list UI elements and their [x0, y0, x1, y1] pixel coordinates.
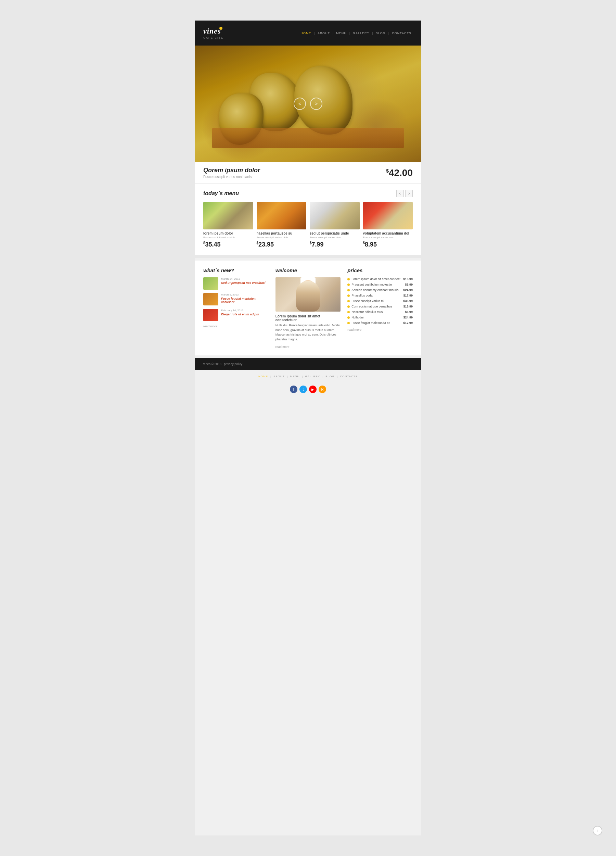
- menu-item-desc-2: Fusce suscipit varius ninh: [310, 236, 359, 239]
- menu-item-price-0: $35.45: [203, 241, 253, 248]
- social-twitter-button[interactable]: t: [300, 386, 307, 393]
- prices-list: Lorem ipsum dolor sit amet connect $15.9…: [347, 277, 413, 325]
- scroll-top-button[interactable]: ↑: [593, 826, 602, 836]
- footer-copy: vines © 2013 · privacy policy: [203, 362, 242, 366]
- hero-section: < >: [195, 46, 421, 162]
- menu-item-price-1: $23.95: [257, 241, 307, 248]
- prices-read-more[interactable]: read more: [347, 328, 413, 331]
- nav-home[interactable]: HOME: [300, 31, 313, 35]
- nav-blog[interactable]: BLOG: [375, 31, 387, 35]
- menu-item-3: voluptatem accusantium dol Fusce suscipi…: [363, 202, 413, 248]
- menu-item-name-0: lorem ipsum dolor: [203, 231, 253, 235]
- featured-price: $42.00: [386, 168, 413, 179]
- featured-currency: $: [386, 168, 389, 173]
- featured-subtitle: Fusce suscipit varius non blanis: [203, 175, 260, 179]
- nav-menu[interactable]: MENU: [335, 31, 348, 35]
- footer-nav-contacts[interactable]: CONTACTS: [339, 374, 359, 379]
- hero-prev-button[interactable]: <: [293, 98, 306, 110]
- price-name-3: Phasellus poda: [352, 294, 373, 297]
- price-value-4: $35.99: [403, 299, 413, 303]
- price-bullet-4: [347, 300, 350, 302]
- price-value-1: $6.99: [405, 283, 413, 286]
- price-name-5: Cum sociis natrque penatibus: [352, 305, 392, 308]
- footer-dark: vines © 2013 · privacy policy: [195, 358, 421, 370]
- main-nav: HOME | ABOUT | MENU | GALLERY | BLOG | C…: [300, 31, 413, 35]
- price-item-6: Nascetur ridiculus mus $6.99: [347, 310, 413, 314]
- news-list: March 14, 2013 Sed ut perspean nec erasi…: [203, 277, 269, 321]
- menu-img-0: [203, 202, 253, 229]
- price-item-2: Aenean nonummy enchant mauris $24.99: [347, 288, 413, 292]
- menu-item-desc-3: Fusce suscipit varius ninh: [363, 236, 413, 239]
- price-value-5: $15.99: [403, 305, 413, 308]
- menu-item-price-3: $8.95: [363, 241, 413, 248]
- menu-nav-arrows: < >: [396, 190, 413, 197]
- price-item-3: Phasellus poda $17.99: [347, 294, 413, 297]
- todays-menu-section: today`s menu < > lorem ipsum dolor Fusce…: [195, 184, 421, 255]
- menu-item-name-1: hasellas portausce su: [257, 231, 307, 235]
- menu-item-price-2: $7.99: [310, 241, 359, 248]
- price-bullet-8: [347, 322, 350, 324]
- featured-item: Qorem ipsum dolor Fusce suscipit varius …: [195, 162, 421, 184]
- social-rss-button[interactable]: R: [319, 386, 326, 393]
- nav-about[interactable]: ABOUT: [316, 31, 331, 35]
- price-value-8: $17.99: [403, 321, 413, 325]
- price-item-1: Praesent vestibulum molestie $6.99: [347, 283, 413, 286]
- price-item-4: Fusce suscipit varius mi $35.99: [347, 299, 413, 303]
- price-name-0: Lorem ipsum dolor sit amet connect: [352, 277, 400, 281]
- price-item-7: Nulla dui $24.99: [347, 316, 413, 319]
- hero-next-button[interactable]: >: [310, 98, 323, 110]
- menu-item-2: sed ut perspiciatis unde Fusce suscipit …: [310, 202, 359, 248]
- footer-nav-menu[interactable]: MENU: [289, 374, 301, 379]
- social-row: f t ▶ R: [195, 383, 421, 399]
- price-name-1: Praesent vestibulum molestie: [352, 283, 392, 286]
- price-bullet-5: [347, 305, 350, 308]
- menu-item-0: lorem ipsum dolor Fusce suscipit varius …: [203, 202, 253, 248]
- prices-title: prices: [347, 268, 413, 273]
- footer-nav-blog[interactable]: BLOG: [324, 374, 335, 379]
- price-value-6: $6.99: [405, 310, 413, 314]
- price-name-8: Fusce feugiat malesuada od: [352, 321, 390, 325]
- menu-section-title: today`s menu: [203, 190, 239, 197]
- prices-column: prices Lorem ipsum dolor sit amet connec…: [347, 268, 413, 349]
- whats-new-read-more[interactable]: read more: [203, 325, 269, 328]
- hero-navigation: < >: [293, 98, 323, 110]
- nav-contacts[interactable]: CONTACTS: [390, 31, 413, 35]
- price-value-0: $15.99: [403, 277, 413, 281]
- footer-nav-gallery[interactable]: GALLERY: [304, 374, 321, 379]
- price-value-7: $24.99: [403, 316, 413, 319]
- nav-gallery[interactable]: GALLERY: [352, 31, 371, 35]
- logo-subtitle: CAFE SITE: [203, 36, 223, 39]
- menu-grid: lorem ipsum dolor Fusce suscipit varius …: [203, 202, 413, 248]
- menu-item-desc-0: Fusce suscipit varius ninh: [203, 236, 253, 239]
- featured-title: Qorem ipsum dolor: [203, 167, 260, 174]
- news-date-0: March 14, 2013: [221, 277, 266, 280]
- footer-nav-about[interactable]: ABOUT: [272, 374, 286, 379]
- price-bullet-1: [347, 283, 350, 286]
- logo-text: vines: [203, 27, 221, 35]
- welcome-read-more[interactable]: read more: [275, 345, 341, 349]
- news-item-1: March 5, 2013 Fusce feugiat msptatem acc…: [203, 293, 269, 305]
- menu-next-arrow[interactable]: >: [405, 190, 413, 197]
- price-name-7: Nulla dui: [352, 316, 363, 319]
- menu-prev-arrow[interactable]: <: [396, 190, 404, 197]
- news-headline-1[interactable]: Fusce feugiat msptatem accusant: [221, 297, 269, 304]
- price-bullet-0: [347, 278, 350, 280]
- welcome-image: [275, 277, 341, 312]
- menu-item-name-2: sed ut perspiciatis unde: [310, 231, 359, 235]
- price-value-2: $24.99: [403, 288, 413, 292]
- news-thumb-1: [203, 293, 218, 305]
- price-item-8: Fusce feugiat malesuada od $17.99: [347, 321, 413, 325]
- price-bullet-2: [347, 289, 350, 291]
- footer-nav: HOME | ABOUT | MENU | GALLERY | BLOG | C…: [195, 370, 421, 383]
- news-item-0: March 14, 2013 Sed ut perspean nec erasi…: [203, 277, 269, 289]
- whats-new-column: what`s new? March 14, 2013 Sed ut perspe…: [203, 268, 269, 349]
- social-facebook-button[interactable]: f: [290, 386, 297, 393]
- news-headline-2[interactable]: Eteger ruts ut enim adipis: [221, 313, 259, 316]
- welcome-title: welcome: [275, 268, 341, 273]
- welcome-column: welcome Lorem ipsum dolor sit amet conse…: [275, 268, 341, 349]
- social-youtube-button[interactable]: ▶: [309, 386, 316, 393]
- footer-nav-home[interactable]: HOME: [257, 374, 269, 379]
- price-bullet-3: [347, 294, 350, 297]
- logo: vines CAFE SITE: [203, 27, 223, 39]
- news-headline-0[interactable]: Sed ut perspean nec erasibaci: [221, 281, 266, 285]
